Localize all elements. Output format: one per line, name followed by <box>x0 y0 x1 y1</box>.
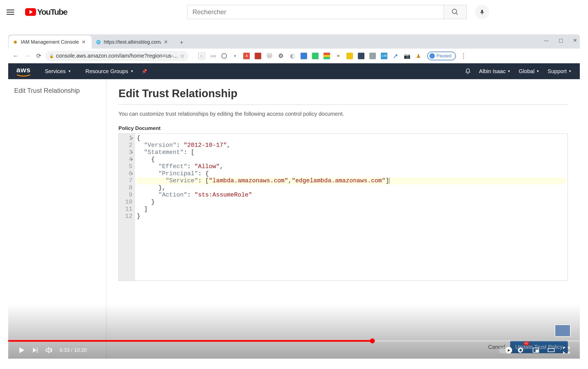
notifications-button[interactable] <box>465 68 471 74</box>
maximize-icon[interactable]: ▢ <box>559 37 563 43</box>
close-tab-icon[interactable]: ✕ <box>82 39 86 45</box>
caret-down-icon: ▼ <box>536 69 539 73</box>
page-description: You can customize trust relationships by… <box>118 111 568 117</box>
autoplay-knob-icon: ▶ <box>506 347 512 353</box>
miniplayer-icon <box>532 346 540 354</box>
theater-icon <box>547 346 556 354</box>
play-button[interactable] <box>15 343 28 357</box>
chrome-tabs-bar: ⬣ IAM Management Console ✕ 🌐 https://tes… <box>8 34 580 49</box>
autoplay-toggle[interactable]: ▶ <box>499 347 512 353</box>
extension-icons: ⊡ (oo) ✦ 4 Ⓦ ⚙ ◐ ⚭ 3.96 ➚ 📷 ♟ <box>198 53 422 59</box>
code-body[interactable]: { "Version": "2012-10-17", "Statement": … <box>135 134 568 281</box>
next-button[interactable] <box>28 343 42 357</box>
aws-header: aws Services ▼ Resource Groups ▼ 📌 Albin… <box>8 63 580 79</box>
extension-icon[interactable]: ♟ <box>415 53 422 59</box>
policy-code-editor[interactable]: 1▼ 2 3▼ 4▼ 5 6▼ 7 8 9 10 11 12 { <box>118 133 568 281</box>
hamburger-menu-icon[interactable] <box>7 7 16 17</box>
aws-sidebar: Edit Trust Relationship <box>8 79 106 359</box>
gear-icon <box>517 346 524 354</box>
miniplayer-button[interactable] <box>529 343 543 357</box>
minimize-icon[interactable]: — <box>544 38 549 43</box>
hd-badge: HD <box>524 342 529 345</box>
svg-rect-5 <box>548 349 554 352</box>
forward-button[interactable]: → <box>22 51 32 61</box>
extension-icon[interactable] <box>358 53 364 59</box>
chrome-window: ⬣ IAM Management Console ✕ 🌐 https://tes… <box>8 34 580 359</box>
svg-line-1 <box>456 13 458 15</box>
extension-icon[interactable]: Ⓦ <box>266 53 273 59</box>
chrome-tab-active[interactable]: ⬣ IAM Management Console ✕ <box>9 35 92 49</box>
extension-icon[interactable] <box>221 53 227 59</box>
close-window-icon[interactable]: ✕ <box>573 37 577 43</box>
code-gutter: 1▼ 2 3▼ 4▼ 5 6▼ 7 8 9 10 11 12 <box>119 134 135 281</box>
theater-button[interactable] <box>544 343 558 357</box>
settings-button[interactable]: HD <box>514 343 527 357</box>
svg-rect-4 <box>536 350 538 352</box>
sidebar-title: Edit Trust Relationship <box>14 87 100 94</box>
microphone-icon <box>479 9 485 15</box>
caret-down-icon: ▼ <box>568 69 572 73</box>
youtube-header: YouTube <box>0 0 588 24</box>
extension-icon[interactable] <box>323 53 330 59</box>
url-bar[interactable]: 🔒 console.aws.amazon.com/iam/home?region… <box>45 51 189 61</box>
pin-icon[interactable]: 📌 <box>142 69 147 74</box>
extension-icon[interactable] <box>369 53 376 59</box>
lock-icon: 🔒 <box>49 54 54 58</box>
fullscreen-button[interactable] <box>560 343 573 357</box>
support-menu[interactable]: Support ▼ <box>548 68 572 75</box>
caret-down-icon: ▼ <box>68 69 71 73</box>
next-icon <box>31 346 39 354</box>
player-controls: 6:33 / 10:20 ▶ HD <box>8 342 580 359</box>
aws-logo[interactable]: aws <box>16 66 31 77</box>
chrome-menu-button[interactable]: ⋮ <box>460 52 467 60</box>
extension-icon[interactable]: ◐ <box>289 53 296 59</box>
aws-content: Edit Trust Relationship Edit Trust Relat… <box>8 79 580 359</box>
region-menu[interactable]: Global ▼ <box>519 68 539 75</box>
volume-icon <box>45 346 53 354</box>
extension-icon[interactable]: (oo) <box>210 53 216 59</box>
video-player[interactable]: ⬣ IAM Management Console ✕ 🌐 https://tes… <box>8 34 580 359</box>
extension-icon[interactable]: ⚙ <box>278 53 284 59</box>
svg-point-0 <box>452 9 457 14</box>
window-controls: — ▢ ✕ <box>544 34 577 46</box>
close-tab-icon[interactable]: ✕ <box>164 39 168 45</box>
extension-icon[interactable]: ⚭ <box>335 53 341 59</box>
back-button[interactable]: ← <box>11 51 21 61</box>
time-display: 6:33 / 10:20 <box>60 347 87 353</box>
url-text: console.aws.amazon.com/iam/home?region=u… <box>56 53 178 59</box>
reload-button[interactable]: ⟳ <box>34 51 44 61</box>
extension-icon[interactable]: 📷 <box>404 53 410 59</box>
extension-icon[interactable] <box>346 53 353 59</box>
watermark-thumbnail[interactable] <box>555 325 571 337</box>
chrome-toolbar: ← → ⟳ 🔒 console.aws.amazon.com/iam/home?… <box>8 49 580 63</box>
profile-paused-button[interactable]: Paused <box>427 52 456 60</box>
extension-icon[interactable]: ➚ <box>392 53 399 59</box>
policy-document-label: Policy Document <box>118 125 568 131</box>
volume-button[interactable] <box>42 343 56 357</box>
extension-icon[interactable]: ✦ <box>232 53 238 59</box>
account-menu[interactable]: Albin Isaac ▼ <box>479 68 511 75</box>
caret-down-icon: ▼ <box>507 69 510 73</box>
tab-title: https://test.albinsblog.com/us/en... <box>104 39 161 45</box>
svg-rect-2 <box>481 10 483 13</box>
extension-icon[interactable] <box>301 53 307 59</box>
services-menu[interactable]: Services ▼ <box>45 68 71 75</box>
new-tab-button[interactable]: + <box>177 38 186 47</box>
extension-icon[interactable] <box>255 53 261 59</box>
extension-icon[interactable] <box>312 53 319 59</box>
extension-icon[interactable]: 3.96 <box>381 53 387 59</box>
search-button[interactable] <box>444 5 467 19</box>
voice-search-button[interactable] <box>475 5 489 19</box>
bookmark-star-icon[interactable]: ☆ <box>180 53 185 59</box>
youtube-wordmark: YouTube <box>37 7 67 17</box>
tab-title: IAM Management Console <box>21 39 79 45</box>
bell-icon <box>465 68 471 74</box>
youtube-logo[interactable]: YouTube <box>25 7 67 17</box>
extension-icon[interactable]: ⊡ <box>198 53 205 59</box>
chrome-tab-inactive[interactable]: 🌐 https://test.albinsblog.com/us/en... ✕ <box>92 35 174 49</box>
resource-groups-menu[interactable]: Resource Groups ▼ <box>85 68 134 75</box>
play-icon <box>17 346 26 355</box>
aws-smile-icon <box>16 74 31 77</box>
extension-icon[interactable]: 4 <box>243 53 250 59</box>
search-input[interactable] <box>187 5 444 19</box>
